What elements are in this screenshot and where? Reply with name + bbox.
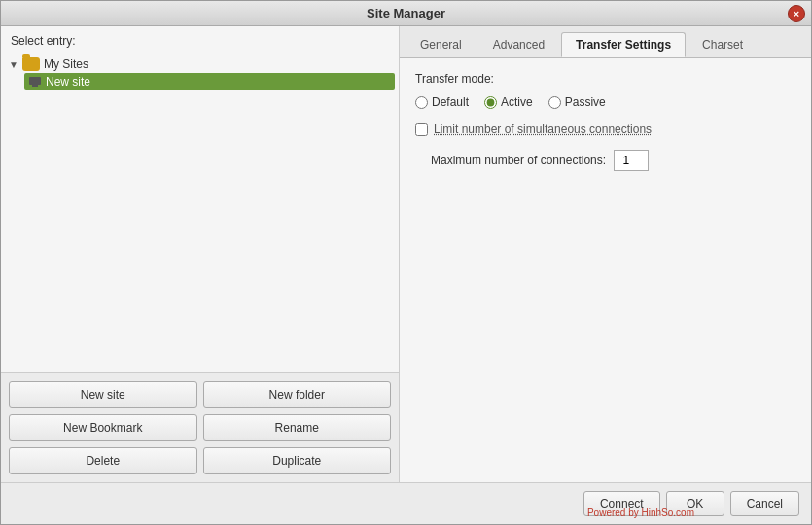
tab-advanced[interactable]: Advanced xyxy=(478,32,559,57)
radio-active-label: Active xyxy=(501,95,533,109)
tree-expand-arrow: ▼ xyxy=(9,59,22,70)
radio-passive-input[interactable] xyxy=(548,96,561,109)
close-button[interactable]: × xyxy=(788,5,805,22)
tree-folder-mysites[interactable]: ▼ My Sites xyxy=(5,55,395,73)
radio-active[interactable]: Active xyxy=(484,95,533,109)
rename-button[interactable]: Rename xyxy=(203,414,392,441)
tree-area: ▼ My Sites New site xyxy=(1,52,399,372)
footer: Powered by HinhSo.com Connect OK Cancel xyxy=(1,482,811,524)
folder-icon xyxy=(22,57,40,71)
watermark: Powered by HinhSo.com xyxy=(587,508,694,518)
delete-button[interactable]: Delete xyxy=(9,447,197,474)
action-buttons: New site New folder New Bookmark Rename … xyxy=(1,372,399,482)
new-folder-button[interactable]: New folder xyxy=(203,381,392,408)
tabs: General Advanced Transfer Settings Chars… xyxy=(400,26,811,58)
radio-passive[interactable]: Passive xyxy=(548,95,606,109)
tree-site-label: New site xyxy=(46,75,90,88)
max-connections-label: Maximum number of connections: xyxy=(431,154,606,167)
tree-site-newsite[interactable]: New site xyxy=(24,73,395,90)
right-panel: General Advanced Transfer Settings Chars… xyxy=(400,26,811,482)
radio-default[interactable]: Default xyxy=(415,95,469,109)
select-entry-label: Select entry: xyxy=(1,26,399,52)
new-bookmark-button[interactable]: New Bookmark xyxy=(9,414,197,441)
tree-children: New site xyxy=(5,73,395,90)
limit-connections-label: Limit number of simultaneous connections xyxy=(434,122,652,136)
svg-rect-0 xyxy=(29,77,41,85)
cancel-button[interactable]: Cancel xyxy=(730,491,799,516)
radio-default-label: Default xyxy=(432,95,469,109)
radio-active-input[interactable] xyxy=(484,96,497,109)
duplicate-button[interactable]: Duplicate xyxy=(203,447,392,474)
limit-connections-checkbox[interactable] xyxy=(415,123,428,136)
transfer-settings-content: Transfer mode: Default Active Passive xyxy=(400,58,811,482)
radio-default-input[interactable] xyxy=(415,96,428,109)
site-manager-dialog: Site Manager × Select entry: ▼ My Sites xyxy=(0,0,812,525)
dialog-title: Site Manager xyxy=(367,6,445,20)
max-connections-row: Maximum number of connections: xyxy=(431,150,795,171)
title-bar: Site Manager × xyxy=(1,1,811,26)
tab-general[interactable]: General xyxy=(406,32,477,57)
folder-label: My Sites xyxy=(44,57,88,71)
site-icon xyxy=(28,75,42,88)
left-panel: Select entry: ▼ My Sites xyxy=(1,26,400,482)
svg-rect-1 xyxy=(32,85,38,87)
new-site-button[interactable]: New site xyxy=(9,381,197,408)
tab-transfer-settings[interactable]: Transfer Settings xyxy=(561,32,686,57)
main-content: Select entry: ▼ My Sites xyxy=(1,26,811,482)
max-connections-input[interactable] xyxy=(614,150,649,171)
transfer-mode-label: Transfer mode: xyxy=(415,72,795,86)
radio-group-transfer-mode: Default Active Passive xyxy=(415,95,795,109)
tab-charset[interactable]: Charset xyxy=(688,32,758,57)
radio-passive-label: Passive xyxy=(565,95,606,109)
limit-connections-row: Limit number of simultaneous connections xyxy=(415,122,795,136)
